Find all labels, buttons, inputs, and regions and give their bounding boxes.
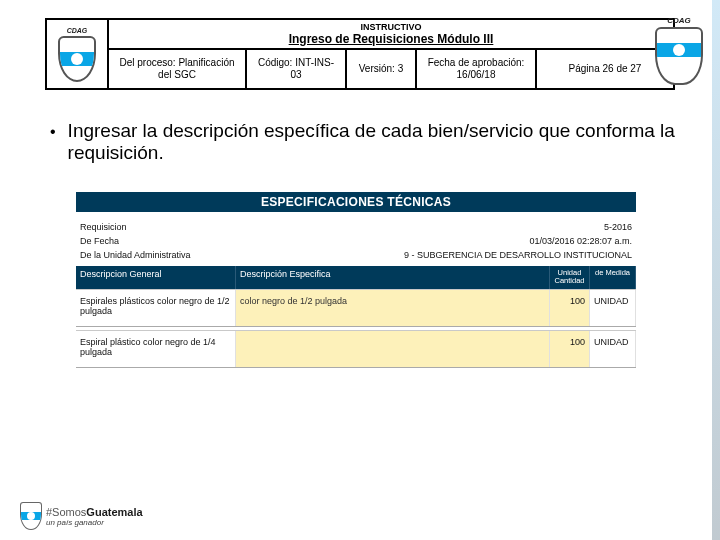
meta-fecha: Fecha de aprobación: 16/06/18 [417, 50, 537, 88]
meta-value-fecha: 01/03/2016 02:28:07 a.m. [240, 236, 632, 246]
org-logo-cell: CDAG [47, 20, 109, 88]
footer-hashtag-bold: Guatemala [86, 506, 142, 518]
header-meta-row: Del proceso: Planificación del SGC Códig… [109, 50, 673, 88]
cell-general: Espiral plástico color negro de 1/4 pulg… [76, 331, 236, 367]
spec-meta: Requisicion 5-2016 De Fecha 01/03/2016 0… [76, 212, 636, 266]
col-unidad-cantidad: Unidad Cantidad [550, 266, 590, 289]
doc-header-wrap: CDAG INSTRUCTIVO Ingreso de Requisicione… [45, 18, 675, 90]
meta-pagina: Página 26 de 27 [537, 50, 673, 88]
spec-panel: ESPECIFICACIONES TÉCNICAS Requisicion 5-… [76, 192, 636, 371]
table-row: Espirales plásticos color negro de 1/2 p… [76, 289, 636, 326]
cell-unidad-medida: UNIDAD [590, 290, 636, 326]
meta-codigo: Código: INT-INS-03 [247, 50, 347, 88]
cell-cantidad-input[interactable]: 100 [550, 290, 590, 326]
footer-tagline: un país ganador [46, 518, 143, 527]
instruction-bullet: • Ingresar la descripción específica de … [50, 120, 680, 164]
bullet-icon: • [50, 120, 56, 164]
side-strip-decor [712, 0, 720, 540]
footer: #SomosGuatemala un país ganador [20, 502, 143, 530]
col-especifica: Descripción Especifica [236, 266, 550, 289]
meta-value-requisicion: 5-2016 [240, 222, 632, 232]
cell-general: Espirales plásticos color negro de 1/2 p… [76, 290, 236, 326]
instruction-text: Ingresar la descripción específica de ca… [68, 120, 680, 164]
cell-especifica-input[interactable]: color negro de 1/2 pulgada [236, 290, 550, 326]
meta-label-fecha: De Fecha [80, 236, 240, 246]
header-title-row: INSTRUCTIVO Ingreso de Requisiciones Mód… [109, 20, 673, 50]
col-medida: de Medida [590, 266, 636, 289]
col-cantidad-label: Cantidad [554, 277, 585, 285]
supertitle: INSTRUCTIVO [113, 22, 669, 32]
org-abbr: CDAG [58, 27, 96, 34]
cell-unidad-medida: UNIDAD [590, 331, 636, 367]
meta-version: Versión: 3 [347, 50, 417, 88]
meta-value-unidad: 9 - SUBGERENCIA DE DESARROLLO INSTITUCIO… [240, 250, 632, 260]
spec-banner: ESPECIFICACIONES TÉCNICAS [76, 192, 636, 212]
doc-header: CDAG INSTRUCTIVO Ingreso de Requisicione… [45, 18, 675, 90]
shield-icon [20, 502, 42, 530]
footer-text: #SomosGuatemala un país ganador [46, 506, 143, 527]
org-abbr-float: CDAG [655, 16, 703, 25]
shield-icon [655, 27, 703, 85]
footer-hashtag: #SomosGuatemala [46, 506, 143, 518]
cell-cantidad-input[interactable]: 100 [550, 331, 590, 367]
page-title: Ingreso de Requisiciones Módulo III [113, 32, 669, 46]
meta-proceso: Del proceso: Planificación del SGC [109, 50, 247, 88]
footer-hashtag-prefix: #Somos [46, 506, 86, 518]
org-logo: CDAG [58, 27, 96, 82]
meta-label-requisicion: Requisicion [80, 222, 240, 232]
spec-columns: Descripcion General Descripción Especifi… [76, 266, 636, 289]
meta-label-unidad: De la Unidad Administrativa [80, 250, 240, 260]
org-badge-float: CDAG [655, 16, 703, 85]
col-general: Descripcion General [76, 266, 236, 289]
row-separator [76, 367, 636, 371]
cell-especifica-input[interactable] [236, 331, 550, 367]
header-main: INSTRUCTIVO Ingreso de Requisiciones Mód… [109, 20, 673, 88]
table-row: Espiral plástico color negro de 1/4 pulg… [76, 330, 636, 367]
shield-icon [58, 36, 96, 82]
